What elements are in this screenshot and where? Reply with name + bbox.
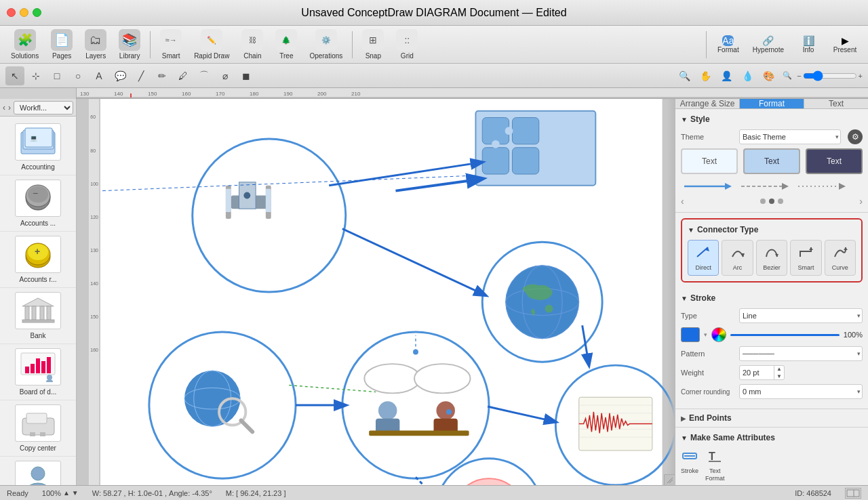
stroke-same-btn[interactable]: Stroke	[681, 448, 698, 482]
svg-rect-39	[30, 432, 35, 436]
present-button[interactable]: ▶ Present	[827, 33, 863, 56]
multi-select-tool[interactable]: ⊹	[26, 66, 45, 85]
connector-toggle[interactable]: ▼	[688, 226, 694, 234]
zoom-in-btn[interactable]: +	[859, 72, 863, 80]
svg-point-72	[506, 266, 579, 339]
tree-button[interactable]: 🌲 Tree	[270, 26, 302, 62]
pan-tool[interactable]: ✋	[696, 66, 715, 85]
weight-up[interactable]: ▲	[774, 365, 784, 373]
ellipse-tool[interactable]: ○	[68, 66, 87, 85]
line-tool[interactable]: ╱	[132, 66, 151, 85]
add-page-tool[interactable]: 👤	[717, 66, 736, 85]
zoom-search-button[interactable]: 🔍	[675, 66, 694, 85]
shadow-tool[interactable]: ◼	[237, 66, 256, 85]
style-prev-btn[interactable]: ‹	[681, 196, 684, 207]
freehand-tool[interactable]: ✏	[153, 66, 172, 85]
svg-point-35	[47, 375, 52, 380]
svg-marker-115	[839, 183, 846, 190]
tab-format[interactable]: Format	[740, 99, 804, 108]
stroke-color-swatch[interactable]	[681, 327, 700, 342]
svg-rect-26	[40, 306, 44, 320]
sidebar-item-bank[interactable]: Bank	[0, 288, 76, 344]
connector-curve[interactable]: Curve	[825, 240, 856, 276]
grid-button[interactable]: :: Grid	[391, 26, 423, 62]
nav-prev[interactable]: ‹	[3, 103, 5, 112]
make-same-toggle[interactable]: ▼	[681, 434, 688, 442]
corner-rounding-select[interactable]: 0 mm	[740, 385, 862, 398]
pattern-select[interactable]: ────── - - - - · · · ·	[740, 347, 862, 360]
pages-button[interactable]: 📄 Pages	[45, 26, 78, 62]
chain-button[interactable]: ⛓ Chain	[236, 26, 269, 62]
stroke-toggle[interactable]: ▼	[681, 295, 688, 302]
hypernote-button[interactable]: 🔗 Hypernote	[747, 33, 789, 56]
library-button[interactable]: 📚 Library	[113, 26, 146, 62]
connector-direct[interactable]: Direct	[688, 240, 719, 276]
weight-input: ▲ ▼	[739, 365, 785, 380]
svg-text:140: 140	[90, 281, 98, 286]
solutions-button[interactable]: 🧩 Solutions	[5, 26, 44, 62]
theme-card-light[interactable]: Text	[681, 148, 738, 174]
sidebar-item-copy-center[interactable]: Copy center	[0, 400, 76, 457]
connector-bezier[interactable]: Bezier	[756, 240, 787, 276]
status-dimensions: W: 58.27, H: 1.0e-01, Angle: -4.35°	[92, 489, 212, 497]
zoom-stepper-down[interactable]: ▼	[72, 489, 79, 497]
svg-rect-90	[369, 430, 469, 436]
sidebar-item-person[interactable]: Person	[0, 457, 76, 485]
end-points-section[interactable]: ▶ End Points	[675, 409, 868, 428]
arc-tool[interactable]: ⌒	[195, 66, 214, 85]
zoom-stepper-up[interactable]: ▲	[63, 489, 70, 497]
minimize-button[interactable]	[20, 8, 28, 17]
style-next-btn[interactable]: ›	[859, 196, 863, 207]
library-icon: 📚	[119, 29, 140, 51]
style-toggle[interactable]: ▼	[681, 116, 688, 123]
pencil-tool[interactable]: 🖊	[174, 66, 193, 85]
weight-field[interactable]	[740, 369, 774, 377]
weight-down[interactable]: ▼	[774, 373, 784, 380]
rect-tool[interactable]: □	[47, 66, 66, 85]
bezier-tool[interactable]: ⌀	[216, 66, 235, 85]
text-format-same-btn[interactable]: T Text Format	[705, 448, 725, 482]
text-tool[interactable]: A	[90, 66, 108, 85]
theme-settings-btn[interactable]: ⚙	[848, 129, 863, 144]
theme-card-medium[interactable]: Text	[743, 148, 800, 174]
connector-smart[interactable]: Smart	[790, 240, 821, 276]
theme-card-dark[interactable]: Text	[806, 148, 863, 174]
connector-types: Direct Arc Bezier	[688, 240, 856, 276]
info-button[interactable]: ℹ️ Info	[791, 33, 826, 56]
style-section: ▼ Style Theme Basic Theme ▾ ⚙ Text	[675, 109, 868, 213]
rapid-draw-button[interactable]: ✏️ Rapid Draw	[189, 26, 235, 62]
color-dropdown-arrow[interactable]: ▾	[704, 331, 707, 338]
color-tool[interactable]: 🎨	[759, 66, 778, 85]
svg-point-70	[243, 192, 250, 199]
sidebar-item-accounts1[interactable]: − Accounts ...	[0, 175, 76, 232]
select-tool[interactable]: ↖	[5, 66, 24, 85]
stroke-type-select[interactable]: Line	[740, 309, 862, 322]
workflow-select[interactable]: Workfl...	[14, 101, 73, 114]
sidebar-item-accounts2[interactable]: + Accounts r...	[0, 232, 76, 288]
end-points-toggle[interactable]: ▶	[681, 415, 686, 422]
sidebar-item-board[interactable]: Board of d...	[0, 344, 76, 400]
resize-handle[interactable]	[664, 474, 675, 485]
resize-icon[interactable]	[845, 488, 861, 499]
sidebar-item-accounting[interactable]: 💻 Accounting	[0, 119, 76, 175]
zoom-out-btn[interactable]: −	[797, 72, 801, 80]
maximize-button[interactable]	[33, 8, 41, 17]
tab-arrange-size[interactable]: Arrange & Size	[675, 99, 740, 108]
zoom-slider[interactable]	[803, 70, 857, 81]
nav-next[interactable]: ›	[8, 103, 11, 112]
theme-select[interactable]: Basic Theme	[740, 130, 840, 144]
eyedropper-tool[interactable]: 💧	[738, 66, 757, 85]
callout-tool[interactable]: 💬	[111, 66, 130, 85]
format-button[interactable]: Aa Format	[711, 33, 746, 56]
svg-marker-121	[844, 247, 848, 250]
close-button[interactable]	[7, 8, 16, 17]
canvas-area[interactable]: 60 80 100 120 130 140 150 160	[77, 99, 675, 485]
svg-point-84	[364, 364, 420, 393]
layers-button[interactable]: 🗂 Layers	[79, 26, 112, 62]
connector-arc[interactable]: Arc	[722, 240, 753, 276]
snap-button[interactable]: ⊞ Snap	[357, 26, 389, 62]
color-wheel-button[interactable]	[711, 327, 726, 342]
tab-text[interactable]: Text	[804, 99, 868, 108]
smart-button[interactable]: ≈→ Smart	[155, 26, 187, 62]
operations-button[interactable]: ⚙️ Operations	[304, 26, 348, 62]
